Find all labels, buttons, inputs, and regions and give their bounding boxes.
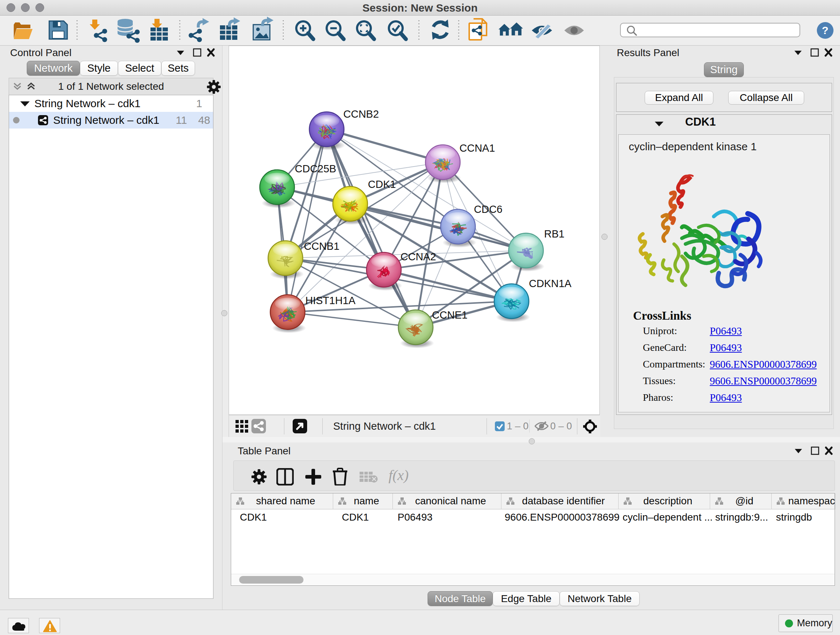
svg-text:CCNA2: CCNA2 bbox=[401, 251, 436, 263]
svg-text:CDK1: CDK1 bbox=[368, 179, 396, 190]
svg-text:HIST1H1A: HIST1H1A bbox=[305, 295, 355, 306]
svg-text:CCNB1: CCNB1 bbox=[304, 241, 339, 252]
svg-text:CDC6: CDC6 bbox=[474, 203, 502, 215]
svg-text:CCNA1: CCNA1 bbox=[459, 142, 495, 154]
svg-text:?: ? bbox=[822, 24, 829, 36]
svg-text:CCNB2: CCNB2 bbox=[343, 108, 379, 120]
svg-text:CDKN1A: CDKN1A bbox=[529, 278, 572, 289]
svg-text:CCNE1: CCNE1 bbox=[432, 309, 467, 321]
svg-text:CDC25B: CDC25B bbox=[295, 163, 336, 174]
svg-text:RB1: RB1 bbox=[544, 228, 564, 240]
